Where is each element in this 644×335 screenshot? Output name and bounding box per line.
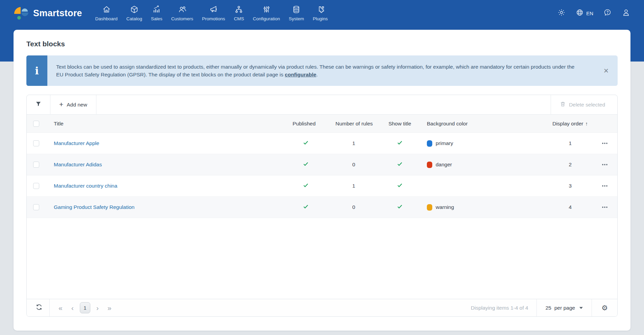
banner-close-icon[interactable]: ✕ xyxy=(603,68,609,74)
header-title[interactable]: Title xyxy=(46,121,272,127)
trash-icon xyxy=(560,101,566,109)
row-checkbox[interactable] xyxy=(33,183,39,189)
first-page-button[interactable]: « xyxy=(56,304,65,311)
nav-item-cms[interactable]: CMS xyxy=(229,3,248,23)
rules-count: 1 xyxy=(320,183,377,189)
header-display-order-label: Display order xyxy=(552,121,583,127)
add-new-label: Add new xyxy=(67,102,87,108)
language-code: EN xyxy=(586,10,593,16)
nav-item-customers[interactable]: Customers xyxy=(167,3,198,23)
nav-item-system[interactable]: System xyxy=(284,3,308,23)
delete-selected-button[interactable]: Delete selected xyxy=(551,95,617,114)
row-checkbox[interactable] xyxy=(33,204,39,210)
account-button[interactable] xyxy=(622,8,630,18)
rules-count: 1 xyxy=(320,140,377,146)
previous-page-button[interactable]: ‹ xyxy=(69,304,76,311)
next-page-button[interactable]: › xyxy=(94,304,101,311)
show-title-check-icon xyxy=(397,184,403,189)
nav-item-plugins[interactable]: Plugins xyxy=(308,3,332,23)
refresh-icon xyxy=(36,304,43,312)
sliders-icon xyxy=(262,5,271,15)
grid-toolbar: + Add new Delete selected xyxy=(27,95,617,115)
current-page-indicator[interactable]: 1 xyxy=(80,302,90,313)
page-size-selector[interactable]: 25 per page xyxy=(537,305,592,311)
language-selector[interactable]: EN xyxy=(576,8,593,18)
nav-label: Promotions xyxy=(202,16,225,21)
help-button[interactable] xyxy=(603,8,612,18)
settings-button[interactable] xyxy=(557,8,566,18)
pager: « ‹ 1 › » xyxy=(50,302,120,313)
show-title-check-icon xyxy=(397,162,403,168)
row-title-link[interactable]: Manufacturer Adidas xyxy=(54,162,102,167)
data-grid: + Add new Delete selected Title Publishe… xyxy=(26,95,618,317)
home-icon xyxy=(102,5,111,15)
nav-label: Sales xyxy=(151,16,162,21)
row-menu-button[interactable] xyxy=(600,140,610,146)
grid-settings-button[interactable]: ⚙ xyxy=(592,304,617,312)
table-empty-space xyxy=(27,218,617,299)
row-title-link[interactable]: Manufacturer country china xyxy=(54,183,117,189)
nav-item-promotions[interactable]: Promotions xyxy=(198,3,229,23)
header-number-of-rules[interactable]: Number of rules xyxy=(320,121,377,127)
main-navigation: Dashboard Catalog Sales Customers Promot… xyxy=(91,3,332,23)
nav-label: Catalog xyxy=(127,16,142,21)
row-menu-button[interactable] xyxy=(600,162,610,168)
user-icon xyxy=(622,8,630,18)
nav-label: System xyxy=(289,16,304,21)
row-title-link[interactable]: Gaming Product Safety Regulation xyxy=(54,204,135,210)
per-page-label: per page xyxy=(554,305,575,311)
table-row: Manufacturer Adidas 0 danger 2 xyxy=(27,154,617,175)
row-checkbox[interactable] xyxy=(33,162,39,168)
pagination-status: Displaying items 1-4 of 4 xyxy=(463,305,536,311)
nav-label: Customers xyxy=(171,16,193,21)
nav-label: CMS xyxy=(234,16,244,21)
page-title: Text blocks xyxy=(14,30,630,51)
add-new-button[interactable]: + Add new xyxy=(50,95,96,114)
nav-label: Configuration xyxy=(253,16,280,21)
gear-icon xyxy=(557,8,566,18)
page-size-value: 25 xyxy=(546,305,551,311)
header-show-title[interactable]: Show title xyxy=(377,121,423,127)
nav-item-sales[interactable]: Sales xyxy=(146,3,167,23)
table-row: Manufacturer country china 1 3 xyxy=(27,175,617,197)
row-menu-button[interactable] xyxy=(600,204,610,210)
refresh-button[interactable] xyxy=(33,304,49,312)
select-all-checkbox[interactable] xyxy=(33,121,39,127)
published-check-icon xyxy=(303,205,309,211)
header-background-color[interactable]: Background color xyxy=(423,121,539,127)
plus-icon: + xyxy=(59,101,63,108)
sort-asc-icon: ↑ xyxy=(585,121,588,126)
bg-color-swatch xyxy=(427,204,432,211)
row-menu-button[interactable] xyxy=(600,183,610,189)
published-check-icon xyxy=(303,141,309,147)
nav-item-dashboard[interactable]: Dashboard xyxy=(91,3,122,23)
configurable-link[interactable]: configurable xyxy=(285,72,316,77)
info-banner-text: Text blocks can be used to assign standa… xyxy=(56,63,577,79)
nav-label: Dashboard xyxy=(95,16,118,21)
display-order-value: 4 xyxy=(539,204,592,210)
help-bubble-icon xyxy=(603,8,612,18)
globe-icon xyxy=(576,8,584,18)
nav-item-catalog[interactable]: Catalog xyxy=(122,3,147,23)
sitemap-icon xyxy=(234,5,243,15)
nav-item-configuration[interactable]: Configuration xyxy=(248,3,284,23)
table-header-row: Title Published Number of rules Show tit… xyxy=(27,115,617,133)
display-order-value: 3 xyxy=(539,183,592,189)
filter-button[interactable] xyxy=(27,95,50,114)
row-checkbox[interactable] xyxy=(33,140,39,146)
bg-color-label: primary xyxy=(436,140,453,146)
last-page-button[interactable]: » xyxy=(105,304,114,311)
topbar-actions: EN xyxy=(557,8,630,18)
smartstore-logo-icon xyxy=(14,5,29,21)
row-title-link[interactable]: Manufacturer Apple xyxy=(54,140,99,146)
brand-logo[interactable]: Smartstore xyxy=(14,5,82,21)
chevron-down-icon xyxy=(579,307,583,309)
display-order-value: 2 xyxy=(539,162,592,168)
database-icon xyxy=(292,5,301,15)
header-published[interactable]: Published xyxy=(272,121,320,127)
megaphone-icon xyxy=(209,5,218,15)
display-order-value: 1 xyxy=(539,140,592,146)
show-title-check-icon xyxy=(397,205,403,211)
header-display-order[interactable]: Display order↑ xyxy=(539,121,592,127)
bg-color-swatch xyxy=(427,140,432,147)
